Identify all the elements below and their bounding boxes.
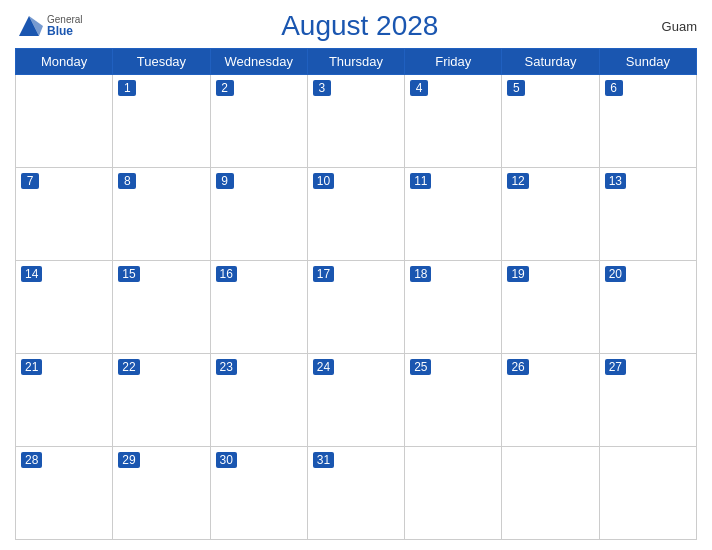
- calendar-cell: 3: [307, 75, 404, 168]
- week-row-2: 78910111213: [16, 168, 697, 261]
- day-number: 28: [21, 452, 42, 468]
- logo: General Blue: [15, 12, 83, 40]
- week-row-4: 21222324252627: [16, 354, 697, 447]
- calendar-cell: 24: [307, 354, 404, 447]
- weekday-header-friday: Friday: [405, 49, 502, 75]
- calendar-cell: 27: [599, 354, 696, 447]
- calendar-cell: [599, 447, 696, 540]
- weekday-header-tuesday: Tuesday: [113, 49, 210, 75]
- day-number: 2: [216, 80, 234, 96]
- day-number: 19: [507, 266, 528, 282]
- calendar-cell: 30: [210, 447, 307, 540]
- logo-text: General Blue: [47, 14, 83, 38]
- logo-icon: [15, 12, 43, 40]
- calendar-cell: [405, 447, 502, 540]
- day-number: 6: [605, 80, 623, 96]
- day-number: 26: [507, 359, 528, 375]
- day-number: 15: [118, 266, 139, 282]
- calendar-cell: [16, 75, 113, 168]
- day-number: 23: [216, 359, 237, 375]
- day-number: 7: [21, 173, 39, 189]
- week-row-5: 28293031: [16, 447, 697, 540]
- day-number: 20: [605, 266, 626, 282]
- calendar-cell: 23: [210, 354, 307, 447]
- day-number: 3: [313, 80, 331, 96]
- calendar-body: 1234567891011121314151617181920212223242…: [16, 75, 697, 540]
- weekday-header-wednesday: Wednesday: [210, 49, 307, 75]
- calendar-cell: 7: [16, 168, 113, 261]
- day-number: 21: [21, 359, 42, 375]
- calendar-cell: 5: [502, 75, 599, 168]
- calendar-cell: 26: [502, 354, 599, 447]
- calendar-cell: 14: [16, 261, 113, 354]
- day-number: 12: [507, 173, 528, 189]
- day-number: 10: [313, 173, 334, 189]
- calendar-cell: 28: [16, 447, 113, 540]
- day-number: 5: [507, 80, 525, 96]
- calendar-grid: MondayTuesdayWednesdayThursdayFridaySatu…: [15, 48, 697, 540]
- week-row-1: 123456: [16, 75, 697, 168]
- day-number: 13: [605, 173, 626, 189]
- calendar-cell: 8: [113, 168, 210, 261]
- day-number: 22: [118, 359, 139, 375]
- weekday-header-sunday: Sunday: [599, 49, 696, 75]
- calendar-cell: 4: [405, 75, 502, 168]
- day-number: 11: [410, 173, 431, 189]
- day-number: 18: [410, 266, 431, 282]
- calendar-cell: 16: [210, 261, 307, 354]
- calendar-cell: 18: [405, 261, 502, 354]
- calendar-cell: 9: [210, 168, 307, 261]
- logo-blue-text: Blue: [47, 25, 83, 38]
- calendar-cell: [502, 447, 599, 540]
- day-number: 14: [21, 266, 42, 282]
- calendar-cell: 20: [599, 261, 696, 354]
- calendar-cell: 29: [113, 447, 210, 540]
- week-row-3: 14151617181920: [16, 261, 697, 354]
- month-title: August 2028: [83, 10, 637, 42]
- weekday-header-saturday: Saturday: [502, 49, 599, 75]
- calendar-cell: 13: [599, 168, 696, 261]
- calendar-cell: 11: [405, 168, 502, 261]
- day-number: 1: [118, 80, 136, 96]
- calendar-cell: 21: [16, 354, 113, 447]
- weekday-header-monday: Monday: [16, 49, 113, 75]
- region-label: Guam: [637, 19, 697, 34]
- day-number: 9: [216, 173, 234, 189]
- calendar-cell: 10: [307, 168, 404, 261]
- weekday-header-thursday: Thursday: [307, 49, 404, 75]
- calendar-cell: 1: [113, 75, 210, 168]
- day-number: 29: [118, 452, 139, 468]
- day-number: 25: [410, 359, 431, 375]
- calendar-cell: 12: [502, 168, 599, 261]
- day-number: 30: [216, 452, 237, 468]
- day-number: 16: [216, 266, 237, 282]
- weekday-header-row: MondayTuesdayWednesdayThursdayFridaySatu…: [16, 49, 697, 75]
- calendar-cell: 17: [307, 261, 404, 354]
- calendar-cell: 22: [113, 354, 210, 447]
- day-number: 17: [313, 266, 334, 282]
- calendar-cell: 19: [502, 261, 599, 354]
- calendar-header: General Blue August 2028 Guam: [15, 10, 697, 42]
- calendar-cell: 25: [405, 354, 502, 447]
- day-number: 24: [313, 359, 334, 375]
- calendar-cell: 31: [307, 447, 404, 540]
- calendar-cell: 6: [599, 75, 696, 168]
- calendar-cell: 2: [210, 75, 307, 168]
- day-number: 4: [410, 80, 428, 96]
- day-number: 31: [313, 452, 334, 468]
- calendar-cell: 15: [113, 261, 210, 354]
- day-number: 8: [118, 173, 136, 189]
- day-number: 27: [605, 359, 626, 375]
